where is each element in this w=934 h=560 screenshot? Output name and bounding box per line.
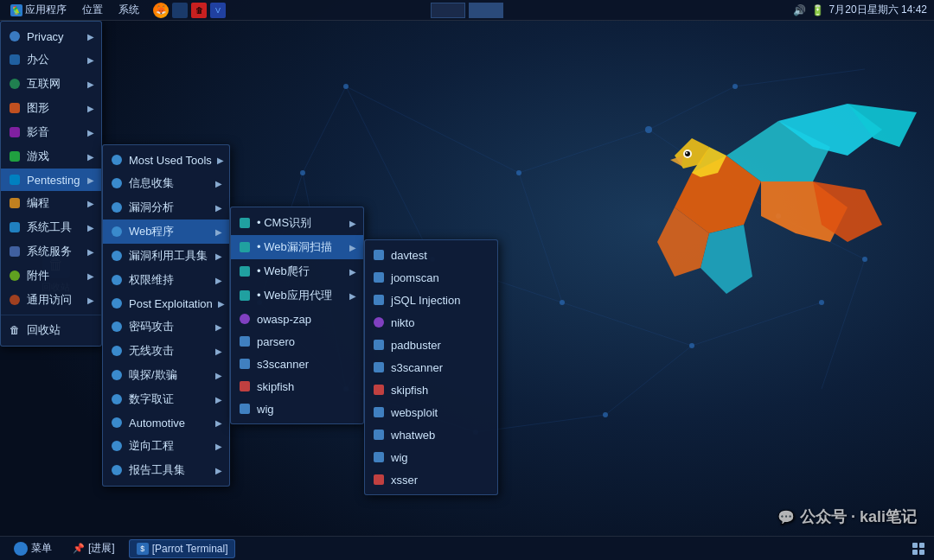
workspace-1[interactable] (431, 3, 465, 18)
web-wig[interactable]: wig (231, 398, 363, 420)
submenu-arrow: ▶ (87, 32, 94, 41)
submenu-arrow: ▶ (215, 418, 222, 428)
wv-xsser[interactable]: xsser (365, 468, 497, 491)
submenu-arrow: ▶ (215, 227, 222, 237)
pent-most-used[interactable]: Most Used Tools ▶ (103, 149, 229, 171)
wv-websploit[interactable]: websploit (365, 401, 497, 423)
app-menu-btn[interactable]: 🦜 应用程序 (3, 1, 74, 19)
terminal-btn[interactable]: $ [Parrot Terminal] (129, 539, 236, 558)
grid-dot-1 (912, 543, 918, 548)
submenu-arrow: ▶ (215, 371, 222, 380)
svg-point-25 (560, 300, 565, 305)
battery-icon: 🔋 (811, 4, 824, 16)
wv-nikto[interactable]: nikto (365, 311, 497, 334)
web-s3scanner[interactable]: s3scanner (231, 353, 363, 375)
pent-wireless[interactable]: 无线攻击 ▶ (103, 339, 229, 363)
web-owasp-zap[interactable]: owasp-zap (231, 308, 363, 330)
progress-btn[interactable]: 📌 [进展] (66, 538, 122, 558)
menu-item-privacy[interactable]: Privacy ▶ (1, 25, 101, 48)
menu-item-sysserv[interactable]: 系统服务 ▶ (1, 239, 101, 264)
menu-item-systools[interactable]: 系统工具 ▶ (1, 215, 101, 239)
parsero-icon (238, 334, 252, 348)
wv-wig[interactable]: wig (365, 446, 497, 468)
pent-pass-attack[interactable]: 密码攻击 ▶ (103, 315, 229, 339)
davtest-icon (372, 248, 386, 262)
menu-item-office[interactable]: 办公 ▶ (1, 48, 101, 72)
web-crawl[interactable]: • Web爬行 ▶ (231, 259, 363, 283)
proxy-icon (238, 289, 252, 302)
forensics-icon (110, 392, 124, 406)
places-menu-btn[interactable]: 位置 (75, 1, 110, 19)
firefox-icon[interactable]: 🦊 (153, 3, 169, 18)
menu-item-games[interactable]: 游戏 ▶ (1, 144, 101, 169)
system-menu-btn[interactable]: 系统 (112, 1, 146, 19)
webvuln-submenu: davtest joomscan jSQL Injection nikto pa… (364, 239, 498, 495)
wv-skipfish[interactable]: skipfish (365, 379, 497, 401)
submenu-arrow: ▶ (215, 442, 222, 451)
wv-davtest[interactable]: davtest (365, 244, 497, 266)
pent-info-gather[interactable]: 信息收集 ▶ (103, 171, 229, 195)
web-vuln-scan[interactable]: • Web漏洞扫描 ▶ (231, 235, 363, 259)
pent-web-apps[interactable]: Web程序 ▶ (103, 220, 229, 244)
pent-forensics[interactable]: 数字取证 ▶ (103, 387, 229, 411)
crawl-icon (238, 264, 252, 278)
submenu-arrow: ▶ (215, 322, 222, 332)
pent-vuln-analysis[interactable]: 漏洞分析 ▶ (103, 195, 229, 220)
web-cms-id[interactable]: • CMS识别 ▶ (231, 211, 363, 235)
menu-item-pentesting[interactable]: Pentesting ▶ (1, 169, 101, 191)
menu-item-internet[interactable]: 互联网 ▶ (1, 72, 101, 96)
web-skipfish[interactable]: skipfish (231, 375, 363, 398)
workspace-2[interactable] (469, 3, 503, 18)
privesc-icon (110, 273, 124, 287)
jsql-icon (372, 293, 386, 307)
submenu-arrow: ▶ (87, 271, 94, 281)
workspace-grid-icon[interactable] (910, 540, 927, 557)
web-parsero[interactable]: parsero (231, 330, 363, 353)
sniff-icon (110, 368, 124, 382)
nikto-icon (372, 315, 386, 329)
menu-item-media[interactable]: 影音 ▶ (1, 120, 101, 144)
pent-report[interactable]: 报告工具集 ▶ (103, 458, 229, 482)
pent-automotive[interactable]: Automotive ▶ (103, 411, 229, 434)
pent-exploit-tools[interactable]: 漏洞利用工具集 ▶ (103, 244, 229, 268)
media-icon (8, 125, 22, 139)
pent-post-exploit[interactable]: Post Exploitation ▶ (103, 292, 229, 315)
svg-point-48 (686, 152, 688, 154)
pentesting-submenu: Most Used Tools ▶ 信息收集 ▶ 漏洞分析 ▶ Web程序 ▶ … (102, 144, 230, 487)
menu-item-programming[interactable]: 编程 ▶ (1, 191, 101, 215)
taskbar-icon-1[interactable] (172, 3, 188, 18)
wv-s3scanner[interactable]: s3scanner (365, 356, 497, 379)
pent-reverse[interactable]: 逆向工程 ▶ (103, 434, 229, 458)
start-menu-btn[interactable]: 菜单 (7, 538, 59, 558)
internet-icon (8, 77, 22, 91)
menu-item-graphics[interactable]: 图形 ▶ (1, 96, 101, 120)
svg-point-28 (732, 84, 738, 89)
wechat-icon: 💬 (777, 509, 795, 525)
submenu-arrow: ▶ (215, 395, 222, 404)
submenu-arrow: ▶ (349, 219, 356, 228)
taskbar-icon-2[interactable]: 🗑 (191, 3, 207, 18)
report-icon (110, 463, 124, 477)
web-vuln-icon (238, 240, 252, 254)
menu-item-access[interactable]: 通用访问 ▶ (1, 288, 101, 312)
pent-priv-esc[interactable]: 权限维持 ▶ (103, 268, 229, 292)
padbuster-icon (372, 338, 386, 352)
menu-item-attach[interactable]: 附件 ▶ (1, 264, 101, 288)
parrot-logo-icon (14, 542, 28, 556)
wv-whatweb[interactable]: whatweb (365, 423, 497, 446)
web-proxy[interactable]: • Web应用代理 ▶ (231, 283, 363, 308)
wv-jsql[interactable]: jSQL Injection (365, 289, 497, 311)
menu-item-trash[interactable]: 🗑 回收站 (1, 318, 101, 342)
joomscan-icon (372, 270, 386, 284)
wv-padbuster[interactable]: padbuster (365, 334, 497, 356)
wv-joomscan[interactable]: joomscan (365, 266, 497, 289)
volume-icon[interactable]: 🔊 (793, 4, 806, 16)
graphics-icon (8, 101, 22, 115)
pent-sniff[interactable]: 嗅探/欺骗 ▶ (103, 363, 229, 387)
submenu-arrow: ▶ (87, 80, 94, 89)
submenu-arrow: ▶ (215, 179, 222, 188)
submenu-arrow: ▶ (349, 243, 356, 252)
automotive-icon (110, 416, 124, 430)
taskbar-icon-3[interactable]: V (210, 3, 226, 18)
sysserv-icon (8, 245, 22, 258)
